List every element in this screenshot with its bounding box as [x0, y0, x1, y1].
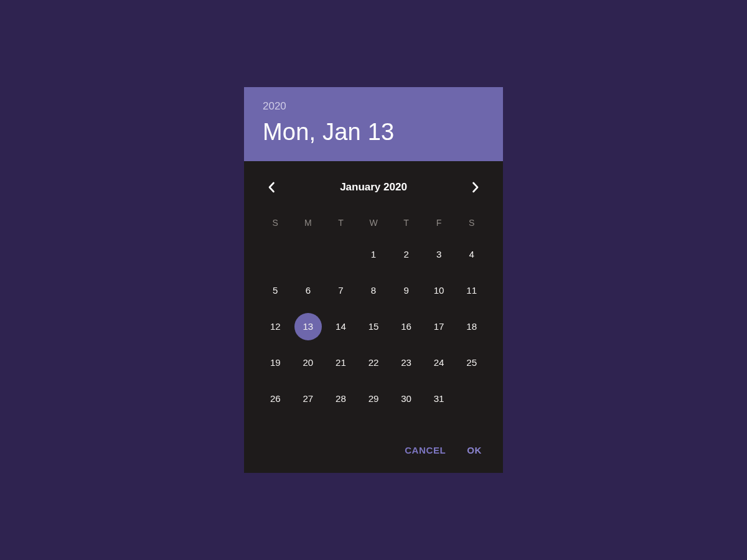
- header-selected-date[interactable]: Mon, Jan 13: [263, 120, 484, 145]
- calendar-day[interactable]: 2: [393, 241, 420, 268]
- calendar-empty-cell: [327, 241, 354, 268]
- calendar-day[interactable]: 11: [458, 277, 486, 304]
- calendar-day[interactable]: 29: [360, 385, 387, 413]
- weekday-header: S: [261, 213, 289, 232]
- chevron-left-icon: [268, 182, 275, 193]
- calendar-day[interactable]: 15: [360, 313, 387, 340]
- calendar-day[interactable]: 7: [327, 277, 354, 304]
- weekday-header: W: [360, 213, 387, 232]
- calendar-day[interactable]: 27: [294, 385, 322, 413]
- dialog-actions: CANCEL OK: [244, 416, 503, 473]
- calendar-day[interactable]: 3: [425, 241, 453, 268]
- cancel-button[interactable]: CANCEL: [402, 441, 448, 459]
- calendar-day[interactable]: 18: [458, 313, 486, 340]
- calendar-empty-cell: [294, 241, 322, 268]
- calendar-day[interactable]: 9: [393, 277, 420, 304]
- date-picker-dialog: 2020 Mon, Jan 13 January 2020: [244, 87, 503, 473]
- calendar-day[interactable]: 8: [360, 277, 387, 304]
- calendar-day[interactable]: 30: [393, 385, 420, 413]
- calendar-day[interactable]: 10: [425, 277, 453, 304]
- stage: 2020 Mon, Jan 13 January 2020: [0, 0, 747, 560]
- calendar-day[interactable]: 23: [393, 349, 420, 376]
- calendar-day[interactable]: 12: [261, 313, 289, 340]
- chevron-right-icon: [472, 182, 479, 193]
- prev-month-button[interactable]: [261, 177, 281, 197]
- calendar-day[interactable]: 6: [294, 277, 322, 304]
- calendar-panel: January 2020 SMTWTFS12345678910111213141…: [244, 161, 503, 416]
- calendar-day[interactable]: 24: [425, 349, 453, 376]
- calendar-day[interactable]: 31: [425, 385, 453, 413]
- weekday-header: F: [425, 213, 453, 232]
- calendar-month-label: January 2020: [281, 181, 466, 194]
- weekday-header: T: [327, 213, 354, 232]
- calendar-day[interactable]: 1: [360, 241, 387, 268]
- calendar-day[interactable]: 13: [294, 313, 322, 340]
- calendar-day[interactable]: 28: [327, 385, 354, 413]
- calendar-nav: January 2020: [259, 172, 488, 200]
- calendar-day[interactable]: 25: [458, 349, 486, 376]
- calendar-day[interactable]: 4: [458, 241, 486, 268]
- date-picker-header: 2020 Mon, Jan 13: [244, 87, 503, 161]
- weekday-header: T: [393, 213, 420, 232]
- calendar-grid: SMTWTFS123456789101112131415161718192021…: [259, 213, 488, 413]
- ok-button[interactable]: OK: [464, 441, 484, 459]
- calendar-day[interactable]: 5: [261, 277, 289, 304]
- next-month-button[interactable]: [466, 177, 486, 197]
- header-year-button[interactable]: 2020: [263, 101, 484, 111]
- weekday-header: M: [294, 213, 322, 232]
- calendar-day[interactable]: 14: [327, 313, 354, 340]
- calendar-day[interactable]: 19: [261, 349, 289, 376]
- weekday-header: S: [458, 213, 486, 232]
- calendar-day[interactable]: 26: [261, 385, 289, 413]
- calendar-day[interactable]: 22: [360, 349, 387, 376]
- calendar-day[interactable]: 16: [393, 313, 420, 340]
- calendar-day[interactable]: 17: [425, 313, 453, 340]
- calendar-day[interactable]: 21: [327, 349, 354, 376]
- calendar-empty-cell: [261, 241, 289, 268]
- calendar-day[interactable]: 20: [294, 349, 322, 376]
